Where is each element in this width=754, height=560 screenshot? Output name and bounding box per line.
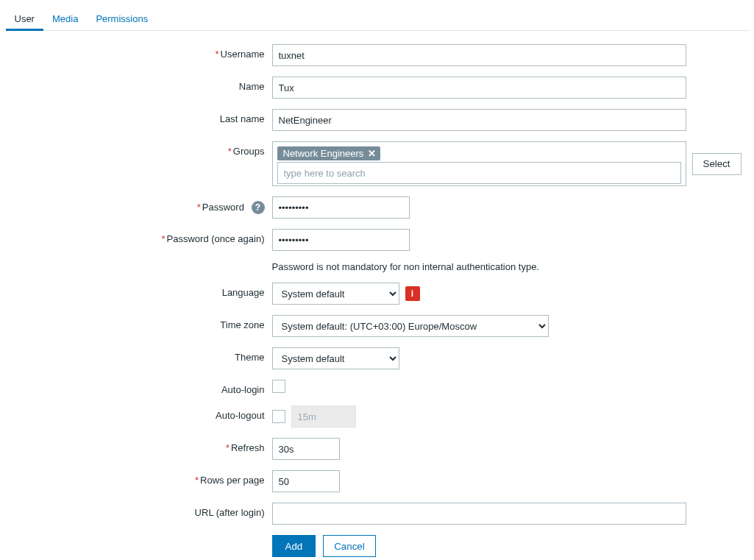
label-autologout: Auto-logout (6, 405, 272, 421)
username-input[interactable] (272, 44, 686, 66)
tab-user[interactable]: User (6, 6, 43, 30)
label-refresh: *Refresh (6, 438, 272, 453)
info-icon[interactable]: i (405, 286, 420, 301)
group-tag[interactable]: Network Engineers ✕ (277, 146, 381, 160)
label-language: Language (6, 283, 272, 298)
password-hint: Password is not mandatory for non intern… (272, 261, 540, 272)
label-password2: *Password (once again) (6, 229, 272, 244)
label-rows: *Rows per page (6, 470, 272, 486)
theme-select[interactable]: System default (272, 347, 399, 369)
autologout-value: 15m (291, 405, 356, 428)
tabs: User Media Permissions (6, 6, 749, 31)
user-form: *Username Name Last name *Groups Network… (6, 31, 749, 557)
label-url: URL (after login) (6, 503, 272, 518)
groups-multiselect[interactable]: Network Engineers ✕ (272, 141, 686, 186)
refresh-input[interactable] (272, 438, 340, 460)
password-confirm-input[interactable] (272, 229, 410, 251)
password-input[interactable] (272, 196, 410, 219)
name-input[interactable] (272, 77, 686, 99)
autologout-checkbox[interactable] (272, 410, 285, 423)
cancel-button[interactable]: Cancel (323, 535, 376, 557)
rows-input[interactable] (272, 470, 340, 492)
groups-select-button[interactable]: Select (692, 153, 741, 175)
tab-permissions[interactable]: Permissions (87, 6, 157, 30)
help-icon[interactable]: ? (252, 201, 265, 214)
remove-tag-icon[interactable]: ✕ (368, 148, 376, 159)
lastname-input[interactable] (272, 109, 686, 131)
label-timezone: Time zone (6, 315, 272, 330)
url-input[interactable] (272, 503, 686, 525)
label-theme: Theme (6, 347, 272, 363)
timezone-select[interactable]: System default: (UTC+03:00) Europe/Mosco… (272, 315, 549, 337)
label-password: *Password ? (6, 196, 272, 214)
language-select[interactable]: System default (272, 283, 399, 305)
add-button[interactable]: Add (272, 535, 316, 557)
tab-media[interactable]: Media (43, 6, 87, 30)
label-autologin: Auto-login (6, 380, 272, 395)
groups-search-input[interactable] (277, 162, 681, 184)
autologin-checkbox[interactable] (272, 380, 285, 393)
label-lastname: Last name (6, 109, 272, 124)
group-tag-label: Network Engineers (283, 148, 364, 159)
label-username: *Username (6, 44, 272, 60)
label-groups: *Groups (6, 141, 272, 157)
label-name: Name (6, 77, 272, 92)
